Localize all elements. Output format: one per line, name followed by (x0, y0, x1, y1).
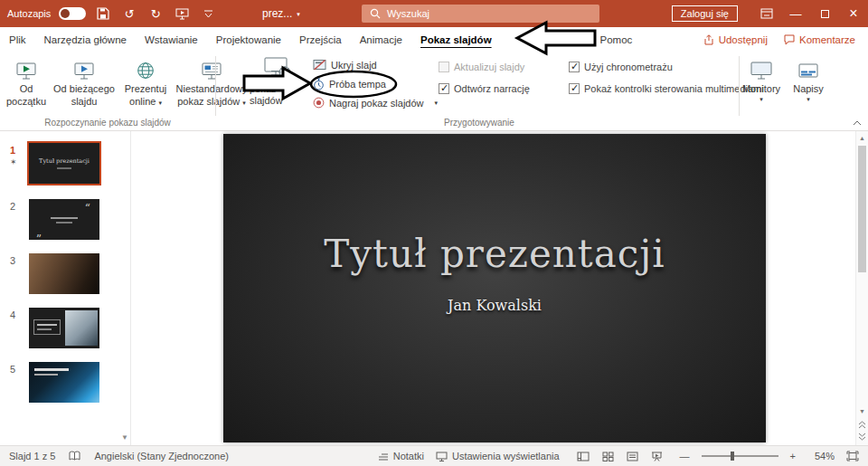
slide-thumbnail-panel: 1 ✶ Tytuł prezentacji 2 “ “ 3 4 5 (0, 131, 131, 445)
quote-icon: “ (36, 227, 42, 238)
autosave-label: Autozapis (7, 8, 51, 19)
spellcheck-icon[interactable] (69, 451, 80, 461)
slide-counter[interactable]: Slajd 1 z 5 (9, 451, 55, 461)
document-title-text: prez... (262, 7, 292, 20)
slide-number: 3 (10, 255, 23, 266)
normal-view-button[interactable] (577, 452, 590, 461)
slide-thumbnail-1[interactable]: Tytuł prezentacji (29, 143, 99, 184)
slide-canvas: Tytuł prezentacji Jan Kowalski (131, 131, 855, 445)
slide-title[interactable]: Tytuł prezentacji (223, 232, 766, 276)
slideshow-view-button[interactable] (651, 452, 663, 461)
minimize-button[interactable]: — (781, 0, 810, 27)
share-button[interactable]: Udostępnij (703, 34, 768, 45)
group-monitors: Monitory ▾ Napisy ▾ (741, 53, 828, 102)
monitor-list-icon (202, 56, 222, 80)
tab-widok[interactable]: Widok (544, 27, 591, 52)
rehearse-timings-button[interactable]: Próba tempa (313, 74, 438, 93)
custom-slideshow-button[interactable]: Niestandardowy pokaz slajdów ▾ (174, 53, 250, 109)
comment-icon (784, 34, 795, 45)
autosave-toggle[interactable] (59, 7, 86, 20)
scroll-down-icon[interactable]: ▼ (856, 405, 868, 417)
set-up-slideshow-button[interactable]: pokaz slajdów (250, 53, 306, 115)
language-selector[interactable]: Angielski (Stany Zjednoczone) (94, 451, 229, 461)
tab-narzedzia-glowne[interactable]: Narzędzia główne (35, 27, 136, 52)
monitor-play-icon (74, 56, 94, 80)
display-settings-label: Ustawienia wyświetlania (452, 451, 560, 461)
checkbox-box[interactable] (439, 83, 449, 94)
checkbox-label: Użyj chronometrażu (584, 62, 673, 72)
collapse-ribbon-button[interactable] (853, 117, 862, 128)
close-button[interactable]: × (839, 0, 868, 27)
slide-thumbnail-4[interactable] (29, 308, 99, 348)
checkbox-show-media-controls[interactable]: Pokaż kontrolki sterowania multimediami (569, 83, 764, 94)
chevron-down-icon: ▾ (807, 96, 810, 102)
restore-button[interactable] (810, 0, 839, 27)
scroll-up-icon[interactable]: ▲ (856, 132, 868, 144)
search-bar[interactable]: Wyszukaj (362, 5, 599, 23)
captions-button[interactable]: Napisy ▾ (788, 53, 828, 102)
monitors-button[interactable]: Monitory ▾ (741, 53, 781, 102)
set-up-slideshow-label: pokaz slajdów (250, 83, 306, 109)
notes-button[interactable]: Notatki (378, 451, 424, 461)
previous-slide-button[interactable] (856, 419, 868, 431)
from-current-slide-label: Od bieżącego slajdu (53, 83, 115, 109)
stopwatch-icon (313, 78, 325, 90)
text-placeholder (37, 328, 52, 330)
redo-icon[interactable]: ↻ (146, 0, 165, 27)
checkbox-keep-slides-updated[interactable]: Aktualizuj slajdy (439, 62, 569, 72)
restore-icon (821, 10, 829, 18)
customize-toolbar-icon[interactable] (199, 0, 217, 27)
tab-wstawianie[interactable]: Wstawianie (136, 27, 207, 52)
current-slide[interactable]: Tytuł prezentacji Jan Kowalski (223, 134, 766, 442)
scrollbar-thumb[interactable] (858, 146, 866, 272)
tab-przejscia[interactable]: Przejścia (290, 27, 351, 52)
group-start-slideshow: Od początku Od bieżącego slajdu Prezentu… (4, 53, 250, 109)
panel-scroll-down-icon[interactable]: ▼ (121, 433, 128, 442)
slide-subtitle[interactable]: Jan Kowalski (223, 297, 766, 314)
from-beginning-button[interactable]: Od początku (4, 53, 49, 109)
document-title[interactable]: prez... ▾ (262, 0, 300, 27)
zoom-in-button[interactable]: + (790, 451, 796, 461)
checkbox-box[interactable] (569, 62, 580, 72)
tab-animacje[interactable]: Animacje (351, 27, 411, 52)
notes-icon (378, 452, 389, 461)
ribbon-display-options-icon[interactable] (752, 0, 781, 27)
slide-sorter-view-button[interactable] (602, 452, 614, 461)
slide-thumbnail-2[interactable]: “ “ (29, 199, 99, 240)
zoom-level[interactable]: 54% (807, 451, 835, 461)
display-settings-button[interactable]: Ustawienia wyświetlania (436, 451, 560, 461)
title-bar: Autozapis ↺ ↻ prez... ▾ Wyszukaj (0, 0, 868, 27)
tab-pomoc[interactable]: Pomoc (591, 27, 642, 52)
checkbox-box[interactable] (439, 62, 449, 72)
vertical-scrollbar[interactable]: ▲ ▼ (855, 131, 868, 445)
share-icon (703, 34, 714, 45)
slide-thumbnail-3[interactable] (29, 253, 99, 294)
zoom-out-button[interactable]: — (680, 451, 690, 461)
fit-to-window-button[interactable] (846, 451, 859, 461)
tab-plik[interactable]: Plik (0, 27, 35, 52)
monitors-label: Monitory (742, 83, 780, 96)
from-current-slide-button[interactable]: Od bieżącego slajdu (51, 53, 118, 109)
present-online-button[interactable]: Prezentuj online ▾ (119, 53, 172, 109)
monitor-icon (436, 452, 448, 461)
comments-label: Komentarze (799, 34, 855, 45)
checkbox-use-timings[interactable]: Użyj chronometrażu (569, 62, 673, 72)
tab-projektowanie[interactable]: Projektowanie (207, 27, 290, 52)
comments-button[interactable]: Komentarze (784, 34, 855, 45)
setup-button-stack: Ukryj slajd Próba tempa Nagraj pokaz sla… (313, 55, 438, 112)
save-icon[interactable] (94, 0, 112, 27)
reading-view-button[interactable] (627, 452, 638, 461)
checkbox-play-narrations[interactable]: Odtwórz narrację (439, 83, 569, 94)
undo-icon[interactable]: ↺ (120, 0, 138, 27)
login-button[interactable]: Zaloguj się (672, 5, 738, 22)
zoom-slider[interactable] (702, 455, 778, 457)
record-slideshow-button[interactable]: Nagraj pokaz slajdów ▾ (313, 93, 438, 112)
slide-thumbnail-5[interactable] (29, 362, 99, 403)
zoom-slider-handle[interactable] (731, 452, 734, 461)
checkbox-box[interactable] (569, 83, 580, 94)
hide-slide-button[interactable]: Ukryj slajd (313, 55, 438, 74)
start-slideshow-icon[interactable] (173, 0, 191, 27)
status-right: Notatki Ustawienia wyświetlania (378, 451, 868, 461)
tab-pokaz-slajdow[interactable]: Pokaz slajdów (411, 27, 501, 52)
next-slide-button[interactable] (856, 431, 868, 442)
